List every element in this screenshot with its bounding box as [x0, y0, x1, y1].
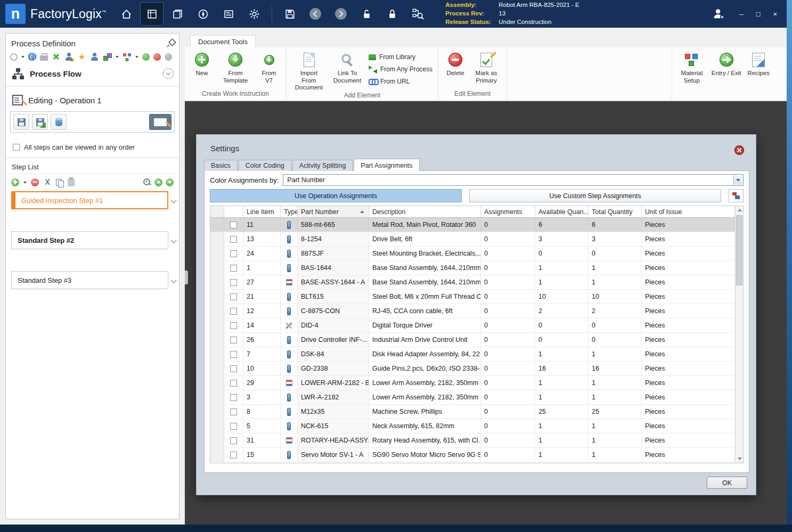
lock-button[interactable]: [380, 2, 404, 26]
collapse-button[interactable]: [163, 68, 174, 79]
tab-part-assignments[interactable]: Part Assignments: [354, 159, 419, 171]
move-step-down-icon[interactable]: [166, 178, 174, 186]
table-row[interactable]: 15 Servo Motor SV-1 - A SG90 Servo Motor…: [210, 448, 735, 462]
header-checkbox[interactable]: [224, 206, 243, 217]
undo-icon[interactable]: [10, 53, 18, 61]
table-row[interactable]: 13 8-1254 Drive Belt, 6ft 0 3 3 Pieces: [210, 232, 735, 247]
table-scrollbar[interactable]: [735, 206, 743, 463]
row-checkbox[interactable]: [230, 293, 237, 300]
table-row[interactable]: 21 BLT615 Steel Bolt, M6 x 20mm Full Thr…: [210, 290, 735, 304]
table-row[interactable]: 12 C-8875-CON RJ-45, CCA conn cable, 6ft…: [210, 304, 735, 318]
from-any-process-button[interactable]: From Any Process: [369, 64, 432, 75]
cut-icon[interactable]: [43, 178, 51, 186]
inactive-icon[interactable]: [165, 53, 172, 61]
quality-star-icon[interactable]: ★: [77, 52, 86, 61]
globe-icon[interactable]: [28, 53, 36, 61]
header-assignments[interactable]: Assignments: [481, 206, 535, 217]
process-search-button[interactable]: [406, 2, 429, 26]
table-row[interactable]: 8 M12x35 Machine Screw, Phillips 0 25 25…: [210, 405, 735, 419]
row-checkbox[interactable]: [230, 365, 237, 372]
use-custom-step-assignments-button[interactable]: Use Custom Step Assignments: [469, 189, 721, 202]
table-row[interactable]: 26 Drive Controller INF-... Industrial A…: [210, 333, 735, 347]
edit-work-instructions-button[interactable]: [149, 114, 172, 130]
row-checkbox[interactable]: [230, 423, 237, 430]
table-row[interactable]: 5 NCK-615 Neck Assembly, 615, 82mm 0 1 1…: [210, 419, 735, 433]
home-button[interactable]: [115, 2, 138, 26]
step-expand-chevron-icon[interactable]: [170, 277, 176, 283]
panel-splitter-handle[interactable]: [185, 271, 188, 284]
row-checkbox[interactable]: [230, 437, 237, 444]
header-available-quantity[interactable]: Available Quan...: [535, 206, 589, 217]
save-button[interactable]: [278, 2, 301, 26]
header-type[interactable]: Type: [281, 206, 298, 217]
recipes-button[interactable]: Recipes: [746, 50, 771, 77]
table-row[interactable]: 3 LWR-A-2182 Lower Arm Assembly, 2182, 3…: [210, 390, 735, 405]
resources-icon[interactable]: [103, 52, 112, 61]
assignment-color-button[interactable]: [729, 189, 744, 202]
step-expand-chevron-icon[interactable]: [170, 237, 176, 243]
tab-activity-splitting[interactable]: Activity Splitting: [292, 160, 353, 171]
table-row[interactable]: 1 BAS-1644 Base Stand Assembly, 1644, 21…: [210, 261, 735, 275]
view-order-checkbox[interactable]: [13, 144, 20, 151]
table-row[interactable]: 24 887SJF Steel Mounting Bracket, Electr…: [210, 247, 735, 261]
step-standard-2[interactable]: Standard Step #2: [11, 231, 168, 249]
start-icon[interactable]: [142, 53, 150, 61]
forward-button[interactable]: [329, 2, 353, 26]
row-checkbox[interactable]: [230, 452, 237, 459]
row-checkbox[interactable]: [230, 222, 237, 228]
step-standard-3[interactable]: Standard Step #3: [11, 271, 168, 289]
operator-icon[interactable]: [90, 52, 99, 61]
table-row[interactable]: 11 588-mt-665 Metal Rod, Main Pivot, Rot…: [210, 218, 735, 232]
zoom-step-icon[interactable]: +: [143, 178, 151, 186]
import-operation-button[interactable]: [32, 114, 48, 130]
entry-exit-button[interactable]: Entry / Exit: [711, 50, 742, 77]
resources-dropdown-icon[interactable]: [116, 56, 119, 60]
tab-document-tools[interactable]: Document Tools: [190, 35, 256, 47]
from-url-button[interactable]: From URL: [369, 76, 432, 87]
row-checkbox[interactable]: [230, 408, 237, 415]
process-flow-row[interactable]: Process Flow: [12, 66, 174, 81]
process-tree-dropdown-icon[interactable]: [135, 56, 138, 60]
process-activities-button[interactable]: [166, 2, 189, 26]
header-line-item[interactable]: Line Item: [243, 206, 281, 217]
from-template-button[interactable]: From Template: [218, 50, 253, 84]
row-checkbox[interactable]: [230, 236, 237, 243]
stop-icon[interactable]: [153, 53, 161, 61]
navigator-button[interactable]: [191, 2, 215, 26]
close-window-button[interactable]: ×: [773, 11, 777, 18]
user-permissions-icon[interactable]: [64, 52, 74, 61]
color-assignments-dropdown[interactable]: Part Number: [283, 174, 744, 186]
copy-icon[interactable]: [55, 178, 63, 186]
row-checkbox[interactable]: [230, 380, 237, 387]
system-settings-button[interactable]: [242, 2, 266, 26]
header-total-quantity[interactable]: Total Quantity: [589, 206, 642, 217]
table-row[interactable]: 14 DID-4 Digital Torque Driver 0 0 0 Pie…: [210, 318, 735, 333]
scroll-up-icon[interactable]: [736, 206, 744, 214]
from-library-button[interactable]: From Library: [369, 52, 432, 62]
step-expand-chevron-icon[interactable]: [170, 197, 176, 203]
scroll-down-icon[interactable]: [736, 455, 744, 463]
table-row[interactable]: 31 ROTARY-HEAD-ASSY... Rotary Head Assem…: [210, 433, 735, 448]
remove-step-icon[interactable]: [31, 178, 39, 186]
work-instructions-button[interactable]: [140, 2, 164, 26]
row-checkbox[interactable]: [230, 265, 237, 272]
add-step-icon[interactable]: [11, 178, 19, 186]
table-row[interactable]: 7 DSK-84 Disk Head Adapter Assembly, 84,…: [210, 347, 735, 362]
header-unit-of-issue[interactable]: Unit of Issue: [642, 206, 735, 217]
delete-element-button[interactable]: Delete: [444, 50, 467, 77]
row-checkbox[interactable]: [230, 308, 237, 315]
mark-as-primary-button[interactable]: Mark as Primary: [471, 50, 501, 84]
tab-color-coding[interactable]: Color Coding: [239, 160, 291, 171]
row-checkbox[interactable]: [230, 337, 237, 343]
row-checkbox[interactable]: [230, 394, 237, 401]
pin-icon[interactable]: [166, 39, 175, 47]
maximize-button[interactable]: □: [756, 11, 761, 18]
material-setup-button[interactable]: Material Setup: [677, 50, 706, 84]
row-checkbox[interactable]: [230, 351, 237, 358]
row-checkbox[interactable]: [230, 279, 237, 286]
row-checkbox[interactable]: [230, 322, 237, 329]
assign-parts-icon[interactable]: [52, 52, 61, 61]
scrollbar-thumb[interactable]: [736, 215, 742, 285]
back-button[interactable]: [304, 2, 327, 26]
document-library-button[interactable]: [217, 2, 240, 26]
